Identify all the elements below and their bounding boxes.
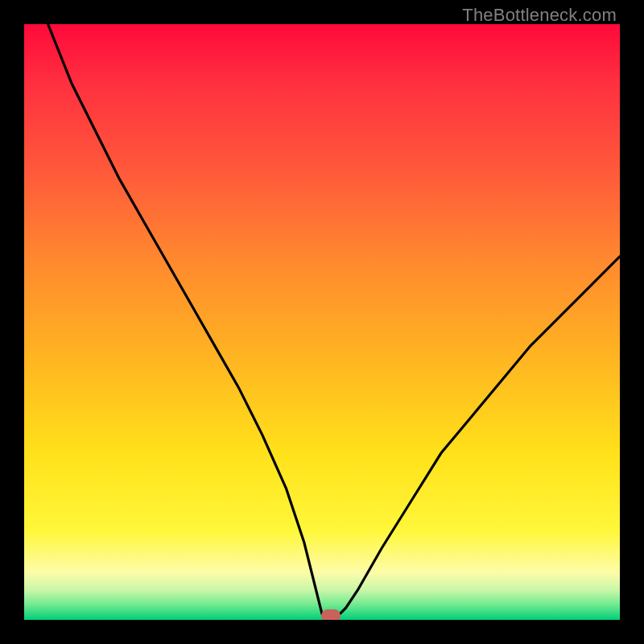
chart-frame: TheBottleneck.com xyxy=(0,0,644,644)
watermark-label: TheBottleneck.com xyxy=(462,5,617,26)
plot-area xyxy=(24,24,620,620)
bottleneck-curve xyxy=(24,24,620,620)
optimum-marker xyxy=(321,609,341,620)
